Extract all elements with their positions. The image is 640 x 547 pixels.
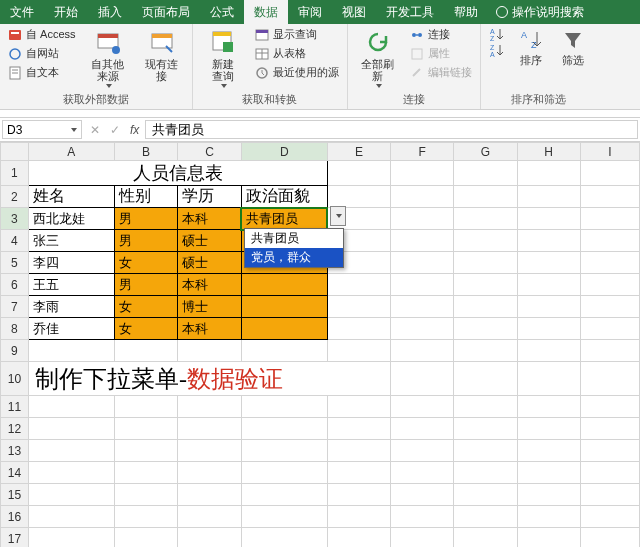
cell[interactable]: 女: [114, 252, 178, 274]
cell[interactable]: [241, 274, 327, 296]
tab-file[interactable]: 文件: [0, 0, 44, 24]
formula-input[interactable]: 共青团员: [145, 120, 638, 139]
tab-dev[interactable]: 开发工具: [376, 0, 444, 24]
cell[interactable]: 本科: [178, 208, 242, 230]
col-header[interactable]: D: [241, 143, 327, 161]
group-ext-label: 获取外部数据: [6, 90, 186, 109]
row-header[interactable]: 14: [1, 462, 29, 484]
col-header[interactable]: I: [580, 143, 639, 161]
svg-rect-7: [98, 34, 118, 38]
tab-insert[interactable]: 插入: [88, 0, 132, 24]
sort-az-button[interactable]: AZ: [487, 26, 507, 42]
cell[interactable]: 乔佳: [28, 318, 114, 340]
cell[interactable]: 本科: [178, 274, 242, 296]
cell[interactable]: 男: [114, 274, 178, 296]
cell[interactable]: 博士: [178, 296, 242, 318]
cell[interactable]: 硕士: [178, 230, 242, 252]
row-header[interactable]: 12: [1, 418, 29, 440]
fx-icon[interactable]: fx: [130, 123, 139, 137]
cell[interactable]: 西北龙娃: [28, 208, 114, 230]
row-header[interactable]: 17: [1, 528, 29, 548]
col-header[interactable]: H: [517, 143, 580, 161]
header-edu[interactable]: 学历: [178, 186, 242, 208]
cell[interactable]: 王五: [28, 274, 114, 296]
confirm-icon: ✓: [110, 123, 120, 137]
sort-button[interactable]: AZ 排序: [513, 26, 549, 68]
lightbulb-icon: [496, 6, 508, 18]
tab-help[interactable]: 帮助: [444, 0, 488, 24]
row-header[interactable]: 9: [1, 340, 29, 362]
from-web-button[interactable]: 自网站: [6, 45, 78, 62]
show-queries-label: 显示查询: [273, 27, 317, 42]
cell-selected[interactable]: 共青团员: [241, 208, 327, 230]
validation-dropdown-button[interactable]: [330, 206, 346, 226]
cell[interactable]: 女: [114, 296, 178, 318]
cell[interactable]: 女: [114, 318, 178, 340]
from-other-button[interactable]: 自其他来源: [84, 26, 132, 90]
tab-layout[interactable]: 页面布局: [132, 0, 200, 24]
tab-formula[interactable]: 公式: [200, 0, 244, 24]
header-gender[interactable]: 性别: [114, 186, 178, 208]
row-header[interactable]: 16: [1, 506, 29, 528]
note-cell[interactable]: 制作下拉菜单-数据验证: [28, 362, 390, 396]
row-header[interactable]: 15: [1, 484, 29, 506]
existing-conn-button[interactable]: 现有连接: [138, 26, 186, 84]
cell[interactable]: 硕士: [178, 252, 242, 274]
table-title[interactable]: 人员信息表: [28, 161, 327, 186]
row-header[interactable]: 2: [1, 186, 29, 208]
col-header[interactable]: C: [178, 143, 242, 161]
header-politics[interactable]: 政治面貌: [241, 186, 327, 208]
ribbon-tabs: 文件 开始 插入 页面布局 公式 数据 审阅 视图 开发工具 帮助 操作说明搜索: [0, 0, 640, 24]
from-table-button[interactable]: 从表格: [253, 45, 341, 62]
new-query-button[interactable]: 新建 查询: [199, 26, 247, 90]
row-header[interactable]: 7: [1, 296, 29, 318]
text-icon: [8, 66, 22, 80]
svg-rect-23: [412, 49, 422, 59]
col-header[interactable]: B: [114, 143, 178, 161]
cell[interactable]: 男: [114, 230, 178, 252]
chevron-down-icon: [336, 214, 342, 218]
col-header[interactable]: G: [454, 143, 517, 161]
row-header[interactable]: 1: [1, 161, 29, 186]
col-header[interactable]: A: [28, 143, 114, 161]
row-header[interactable]: 8: [1, 318, 29, 340]
filter-button[interactable]: 筛选: [555, 26, 591, 68]
cell[interactable]: 男: [114, 208, 178, 230]
row-header[interactable]: 11: [1, 396, 29, 418]
formula-bar: D3 ✕ ✓ fx 共青团员: [0, 118, 640, 142]
row-header[interactable]: 6: [1, 274, 29, 296]
connections-button[interactable]: 连接: [408, 26, 474, 43]
cell[interactable]: 李四: [28, 252, 114, 274]
tab-home[interactable]: 开始: [44, 0, 88, 24]
cell[interactable]: 张三: [28, 230, 114, 252]
col-header[interactable]: E: [327, 143, 390, 161]
row-header[interactable]: 3: [1, 208, 29, 230]
dropdown-option[interactable]: 党员，群众: [245, 248, 343, 267]
row-header[interactable]: 5: [1, 252, 29, 274]
from-access-button[interactable]: 自 Access: [6, 26, 78, 43]
show-queries-button[interactable]: 显示查询: [253, 26, 341, 43]
tab-view[interactable]: 视图: [332, 0, 376, 24]
group-sort-label: 排序和筛选: [487, 90, 591, 109]
cell[interactable]: [241, 318, 327, 340]
sort-za-button[interactable]: ZA: [487, 42, 507, 58]
from-text-button[interactable]: 自文本: [6, 64, 78, 81]
tell-me[interactable]: 操作说明搜索: [488, 0, 592, 24]
row-header[interactable]: 4: [1, 230, 29, 252]
web-icon: [8, 47, 22, 61]
select-all-corner[interactable]: [1, 143, 29, 161]
tab-data[interactable]: 数据: [244, 0, 288, 24]
cell[interactable]: [241, 296, 327, 318]
cell[interactable]: 李雨: [28, 296, 114, 318]
worksheet[interactable]: A B C D E F G H I 1 人员信息表 2 姓名 性别 学历 政治面…: [0, 142, 640, 547]
header-name[interactable]: 姓名: [28, 186, 114, 208]
cell[interactable]: 本科: [178, 318, 242, 340]
recent-sources-button[interactable]: 最近使用的源: [253, 64, 341, 81]
refresh-all-button[interactable]: 全部刷新: [354, 26, 402, 90]
name-box[interactable]: D3: [2, 120, 82, 139]
col-header[interactable]: F: [391, 143, 454, 161]
row-header[interactable]: 13: [1, 440, 29, 462]
dropdown-option[interactable]: 共青团员: [245, 229, 343, 248]
row-header[interactable]: 10: [1, 362, 29, 396]
tab-review[interactable]: 审阅: [288, 0, 332, 24]
